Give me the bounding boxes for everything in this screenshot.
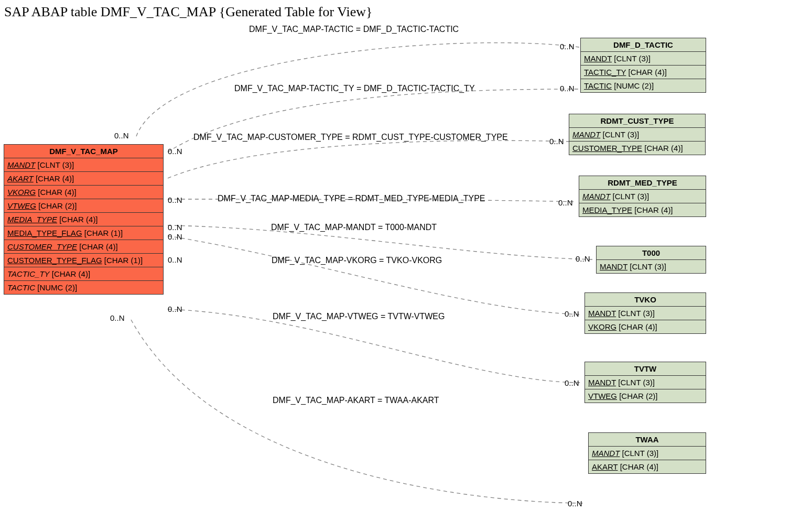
entity-field: MANDT [CLNT (3)] — [579, 190, 706, 203]
entity-field: MEDIA_TYPE [CHAR (4)] — [4, 213, 163, 226]
relationship-label: DMF_V_TAC_MAP-MEDIA_TYPE = RDMT_MED_TYPE… — [218, 194, 485, 203]
cardinality-label: 0..N — [168, 305, 182, 313]
cardinality-label: 0..N — [110, 313, 125, 322]
entity-field: MANDT [CLNT (3)] — [581, 52, 706, 66]
cardinality-label: 0..N — [168, 196, 182, 204]
entity-field: AKART [CHAR (4)] — [4, 172, 163, 186]
relationship-label: DMF_V_TAC_MAP-TACTIC = DMF_D_TACTIC-TACT… — [249, 25, 459, 34]
entity-header: TVTW — [585, 362, 706, 376]
entity-header: RDMT_MED_TYPE — [579, 176, 706, 190]
entity-header: RDMT_CUST_TYPE — [569, 114, 705, 128]
entity-field: TACTIC_TY [CHAR (4)] — [581, 66, 706, 79]
cardinality-label: 0..N — [168, 147, 182, 156]
entity-field: MANDT [CLNT (3)] — [585, 307, 706, 320]
entity-field: VTWEG [CHAR (2)] — [4, 199, 163, 213]
relationship-label: DMF_V_TAC_MAP-VKORG = TVKO-VKORG — [272, 256, 442, 265]
entity-field: MANDT [CLNT (3)] — [4, 158, 163, 172]
entity-t000: T000 MANDT [CLNT (3)] — [596, 246, 706, 274]
entity-field: TACTIC [NUMC (2)] — [4, 281, 163, 294]
relationship-label: DMF_V_TAC_MAP-VTWEG = TVTW-VTWEG — [273, 312, 445, 321]
entity-field: CUSTOMER_TYPE_FLAG [CHAR (1)] — [4, 254, 163, 267]
cardinality-label: 0..N — [168, 255, 182, 264]
relationship-label: DMF_V_TAC_MAP-CUSTOMER_TYPE = RDMT_CUST_… — [193, 133, 508, 142]
entity-field: AKART [CHAR (4)] — [589, 460, 706, 473]
entity-field: TACTIC [NUMC (2)] — [581, 79, 706, 92]
cardinality-label: 0..N — [568, 499, 582, 508]
entity-rdmt-cust-type: RDMT_CUST_TYPE MANDT [CLNT (3)] CUSTOMER… — [569, 114, 706, 155]
cardinality-label: 0..N — [114, 131, 129, 140]
entity-tvtw: TVTW MANDT [CLNT (3)] VTWEG [CHAR (2)] — [584, 362, 706, 403]
entity-header: DMF_D_TACTIC — [581, 38, 706, 52]
cardinality-label: 0..N — [549, 137, 564, 146]
entity-field: MEDIA_TYPE [CHAR (4)] — [579, 203, 706, 216]
entity-field: VTWEG [CHAR (2)] — [585, 389, 706, 403]
entity-field: MANDT [CLNT (3)] — [597, 260, 706, 273]
entity-tvko: TVKO MANDT [CLNT (3)] VKORG [CHAR (4)] — [584, 292, 706, 334]
entity-field: TACTIC_TY [CHAR (4)] — [4, 267, 163, 281]
entity-field: MANDT [CLNT (3)] — [585, 376, 706, 389]
cardinality-label: 0..N — [560, 84, 575, 93]
relationship-label: DMF_V_TAC_MAP-MANDT = T000-MANDT — [271, 223, 437, 232]
cardinality-label: 0..N — [565, 378, 579, 387]
entity-dmf-v-tac-map: DMF_V_TAC_MAP MANDT [CLNT (3)] AKART [CH… — [4, 144, 164, 295]
cardinality-label: 0..N — [168, 223, 182, 232]
entity-header: TVKO — [585, 293, 706, 307]
entity-rdmt-med-type: RDMT_MED_TYPE MANDT [CLNT (3)] MEDIA_TYP… — [579, 176, 706, 217]
cardinality-label: 0..N — [565, 309, 579, 318]
entity-field: CUSTOMER_TYPE [CHAR (4)] — [4, 240, 163, 254]
cardinality-label: 0..N — [560, 42, 575, 51]
relationship-label: DMF_V_TAC_MAP-AKART = TWAA-AKART — [273, 396, 439, 405]
entity-twaa: TWAA MANDT [CLNT (3)] AKART [CHAR (4)] — [588, 432, 706, 474]
entity-header: DMF_V_TAC_MAP — [4, 145, 163, 158]
entity-field: CUSTOMER_TYPE [CHAR (4)] — [569, 142, 705, 155]
entity-header: T000 — [597, 246, 706, 260]
cardinality-label: 0..N — [576, 254, 590, 263]
entity-field: MANDT [CLNT (3)] — [569, 128, 705, 142]
relationship-label: DMF_V_TAC_MAP-TACTIC_TY = DMF_D_TACTIC-T… — [234, 84, 475, 93]
entity-field: MEDIA_TYPE_FLAG [CHAR (1)] — [4, 226, 163, 240]
page-title: SAP ABAP table DMF_V_TAC_MAP {Generated … — [4, 4, 372, 20]
cardinality-label: 0..N — [168, 232, 182, 241]
entity-field: VKORG [CHAR (4)] — [4, 186, 163, 199]
entity-header: TWAA — [589, 433, 706, 447]
cardinality-label: 0..N — [558, 198, 573, 207]
entity-field: MANDT [CLNT (3)] — [589, 447, 706, 460]
entity-dmf-d-tactic: DMF_D_TACTIC MANDT [CLNT (3)] TACTIC_TY … — [580, 38, 706, 93]
entity-field: VKORG [CHAR (4)] — [585, 320, 706, 333]
